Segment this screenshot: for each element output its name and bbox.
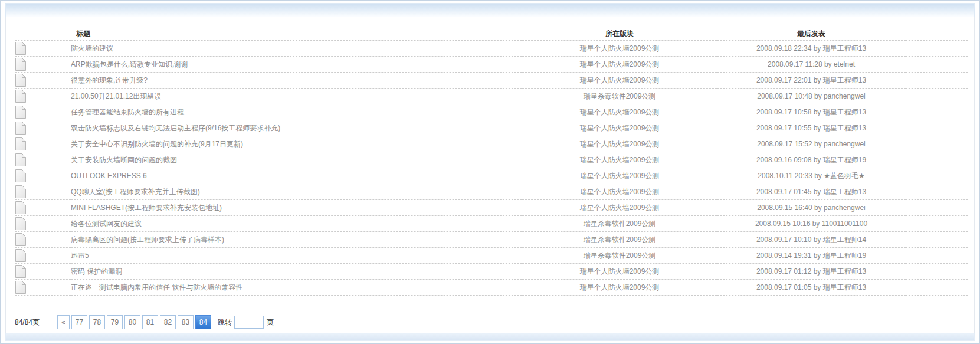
forum-link[interactable]: 瑞星个人防火墙2009公测 <box>580 283 660 291</box>
thread-title-link[interactable]: 密码 保护的漏洞 <box>71 267 122 276</box>
title-column-header: 标题 <box>71 27 522 41</box>
lastpost-author-link[interactable]: panchengwei <box>824 92 866 100</box>
thread-forum-cell: 瑞星个人防火墙2009公测 <box>522 57 717 73</box>
page-button[interactable]: 77 <box>71 315 87 329</box>
thread-title-link[interactable]: 双击防火墙标志以及右键均无法启动主程序(9/16按工程师要求补充) <box>71 124 280 132</box>
forum-link[interactable]: 瑞星个人防火墙2009公测 <box>580 60 660 68</box>
page-button[interactable]: 84 <box>195 315 211 329</box>
thread-icon-cell <box>15 41 71 57</box>
forum-link[interactable]: 瑞星杀毒软件2009公测 <box>584 92 656 100</box>
forum-link[interactable]: 瑞星个人防火墙2009公测 <box>580 172 660 180</box>
lastpost-author-link[interactable]: 瑞星工程师13 <box>823 44 866 53</box>
lastpost-by-label: by <box>814 172 822 180</box>
lastpost-author-link[interactable]: panchengwei <box>824 204 866 212</box>
forum-link[interactable]: 瑞星个人防火墙2009公测 <box>580 188 660 196</box>
lastpost-author-link[interactable]: 瑞星工程师14 <box>823 235 866 244</box>
table-row: 很意外的现象,连带升级? 瑞星个人防火墙2009公测 2008.09.17 22… <box>15 73 968 89</box>
lastpost-author-link[interactable]: 瑞星工程师19 <box>823 251 866 260</box>
lastpost-author-link[interactable]: 瑞星工程师13 <box>823 188 866 196</box>
lastpost-column-header: 最后发表 <box>717 27 906 41</box>
lastpost-by-label: by <box>814 108 821 116</box>
thread-title-link[interactable]: 防火墙的建议 <box>71 44 113 53</box>
lastpost-author-link[interactable]: 瑞星工程师13 <box>823 76 866 84</box>
page-button[interactable]: 83 <box>178 315 194 329</box>
thread-forum-cell: 瑞星个人防火墙2009公测 <box>522 168 717 184</box>
forum-link[interactable]: 瑞星个人防火墙2009公测 <box>580 156 660 164</box>
thread-title-cell: 迅雷5 <box>71 248 522 264</box>
thread-lastpost-cell: 2008.09.14 19:31 by 瑞星工程师19 <box>717 248 906 264</box>
lastpost-by-label: by <box>814 44 821 53</box>
lastpost-author-link[interactable]: 110011001100 <box>822 219 867 228</box>
lastpost-author-link[interactable]: panchengwei <box>824 140 866 148</box>
thread-lastpost-cell: 2008.09.17 10:58 by 瑞星工程师13 <box>717 104 906 120</box>
forum-link[interactable]: 瑞星个人防火墙2009公测 <box>580 267 660 276</box>
thread-title-link[interactable]: 给各位测试网友的建议 <box>71 219 142 228</box>
thread-title-link[interactable]: 关于安全中心不识别防火墙的问题的补充(9月17日更新) <box>71 140 243 148</box>
thread-title-cell: QQ聊天室(按工程师要求补充并上传截图) <box>71 184 522 200</box>
table-row: 任务管理器能结束防火墙的所有进程 瑞星个人防火墙2009公测 2008.09.1… <box>15 104 968 120</box>
lastpost-date: 2008.09.15 10:16 <box>755 219 810 228</box>
forum-link[interactable]: 瑞星杀毒软件2009公测 <box>584 219 656 228</box>
pagination-bar: 84/84页 « 77 78 79 80 81 82 83 <box>15 315 974 329</box>
document-icon <box>15 185 27 199</box>
thread-forum-cell: 瑞星个人防火墙2009公测 <box>522 41 717 57</box>
lastpost-author-link[interactable]: 瑞星工程师13 <box>823 267 866 276</box>
filler-cell <box>906 73 968 89</box>
jump-label: 跳转 <box>218 317 232 327</box>
thread-title-link[interactable]: 任务管理器能结束防火墙的所有进程 <box>71 108 184 116</box>
table-row: 关于安装防火墙断网的问题的截图 瑞星个人防火墙2009公测 2008.09.16… <box>15 152 968 168</box>
lastpost-date: 2008.09.15 16:40 <box>757 204 812 212</box>
thread-title-cell: ARP欺骗包是什么,请教专业知识,谢谢 <box>71 57 522 73</box>
page-button[interactable]: 78 <box>89 315 105 329</box>
thread-title-link[interactable]: 病毒隔离区的问题(按工程师要求上传了病毒样本) <box>71 235 224 244</box>
forum-link[interactable]: 瑞星个人防火墙2009公测 <box>580 44 660 53</box>
lastpost-author-link[interactable]: 瑞星工程师19 <box>823 156 866 164</box>
page-button[interactable]: 79 <box>107 315 123 329</box>
forum-link[interactable]: 瑞星个人防火墙2009公测 <box>580 204 660 212</box>
forum-link[interactable]: 瑞星个人防火墙2009公测 <box>580 108 660 116</box>
thread-title-cell: OUTLOOK EXPRESS 6 <box>71 168 522 184</box>
thread-icon-cell <box>15 168 71 184</box>
page-button[interactable]: 82 <box>160 315 176 329</box>
lastpost-author-link[interactable]: ★蓝色羽毛★ <box>824 172 865 180</box>
prev-page-button[interactable]: « <box>57 315 70 329</box>
thread-title-link[interactable]: QQ聊天室(按工程师要求补充并上传截图) <box>71 188 200 196</box>
lastpost-date: 2008.10.11 20:33 <box>758 172 812 180</box>
forum-link[interactable]: 瑞星个人防火墙2009公测 <box>580 140 660 148</box>
thread-title-cell: 正在逐一测试电脑内常用的信任 软件与防火墙的兼容性 <box>71 280 522 296</box>
thread-title-link[interactable]: MINI FLASHGET(按工程师要求补充安装包地址) <box>71 204 222 212</box>
thread-lastpost-cell: 2008.09.17 15:52 by panchengwei <box>717 136 906 152</box>
thread-title-link[interactable]: 关于安装防火墙断网的问题的截图 <box>71 156 177 164</box>
thread-title-cell: 给各位测试网友的建议 <box>71 216 522 232</box>
thread-title-link[interactable]: 正在逐一测试电脑内常用的信任 软件与防火墙的兼容性 <box>71 283 242 291</box>
lastpost-author-link[interactable]: 瑞星工程师13 <box>823 124 866 132</box>
lastpost-by-label: by <box>814 92 822 100</box>
lastpost-date: 2008.09.17 10:58 <box>756 108 811 116</box>
thread-title-link[interactable]: OUTLOOK EXPRESS 6 <box>71 172 147 180</box>
lastpost-author-link[interactable]: 瑞星工程师13 <box>823 283 866 291</box>
forum-link[interactable]: 瑞星个人防火墙2009公测 <box>580 76 660 84</box>
thread-icon-cell <box>15 184 71 200</box>
thread-title-link[interactable]: ARP欺骗包是什么,请教专业知识,谢谢 <box>71 60 188 68</box>
page-button[interactable]: 81 <box>142 315 158 329</box>
thread-title-link[interactable]: 21.00.50升21.01.12出现错误 <box>71 92 161 100</box>
document-icon <box>15 280 27 294</box>
lastpost-author-link[interactable]: etelnet <box>834 60 855 68</box>
thread-title-link[interactable]: 很意外的现象,连带升级? <box>71 76 148 84</box>
forum-link[interactable]: 瑞星个人防火墙2009公测 <box>580 124 660 132</box>
thread-title-link[interactable]: 迅雷5 <box>71 251 89 260</box>
filler-cell <box>906 264 968 280</box>
table-row: 关于安全中心不识别防火墙的问题的补充(9月17日更新) 瑞星个人防火墙2009公… <box>15 136 968 152</box>
lastpost-author-link[interactable]: 瑞星工程师13 <box>823 108 866 116</box>
thread-icon-cell <box>15 264 71 280</box>
page-button[interactable]: 80 <box>124 315 140 329</box>
document-icon <box>15 137 27 151</box>
thread-forum-cell: 瑞星杀毒软件2009公测 <box>522 89 717 104</box>
lastpost-by-label: by <box>814 140 822 148</box>
jump-page-input[interactable] <box>234 316 264 329</box>
document-icon <box>15 153 27 167</box>
forum-link[interactable]: 瑞星杀毒软件2009公测 <box>584 251 656 260</box>
forum-link[interactable]: 瑞星杀毒软件2009公测 <box>584 235 656 244</box>
lastpost-date: 2008.09.17 10:55 <box>756 124 811 132</box>
thread-icon-cell <box>15 280 71 296</box>
